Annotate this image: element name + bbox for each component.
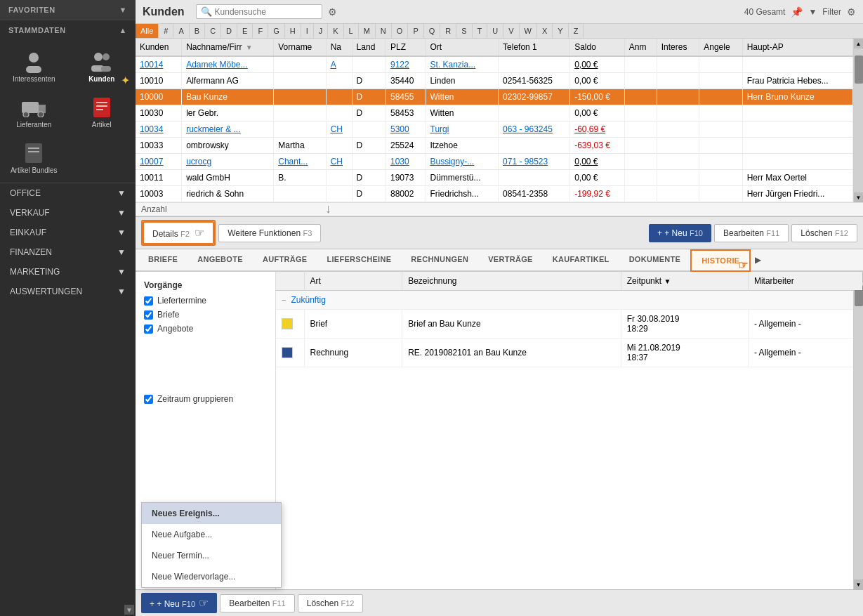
sidebar-verkauf[interactable]: VERKAUF ▼ <box>0 203 136 223</box>
alpha-tab-v[interactable]: V <box>503 24 519 38</box>
sidebar-office[interactable]: OFFICE ▼ <box>0 183 136 203</box>
cell-plz[interactable]: 9122 <box>386 56 426 73</box>
bottom-delete-button[interactable]: Löschen F12 <box>298 594 364 612</box>
alpha-tab-y[interactable]: Y <box>553 24 568 38</box>
cell-tel[interactable]: 071 - 98523 <box>499 154 570 170</box>
cell-tel[interactable]: 063 - 963245 <box>499 122 570 138</box>
scroll-down-btn[interactable]: ▼ <box>854 192 864 202</box>
sidebar-item-artikel[interactable]: Artikel <box>68 89 136 134</box>
filter-gear-icon[interactable]: ⚙ <box>847 6 856 18</box>
sidebar-item-lieferanten[interactable]: Lieferanten <box>0 89 68 134</box>
tab-vertraege[interactable]: VERTRÄGE <box>478 249 543 272</box>
alpha-tab-j[interactable]: J <box>314 24 329 38</box>
briefe-checkbox[interactable] <box>144 310 153 320</box>
alpha-tab-alle[interactable]: Alle <box>136 24 159 38</box>
chevron-down-icon[interactable]: ▼ <box>808 7 817 17</box>
alpha-tab-hash[interactable]: # <box>159 24 173 38</box>
scroll-up-btn[interactable]: ▲ <box>854 39 864 48</box>
sidebar-item-kunden[interactable]: Kunden ✦ <box>68 43 136 89</box>
sidebar-item-artikel-bundles[interactable]: Artikel Bundles <box>0 134 68 180</box>
bottom-new-button[interactable]: + + Neu F10 ☞ <box>141 593 217 613</box>
pin-icon[interactable]: 📌 <box>791 6 803 18</box>
alpha-tab-u[interactable]: U <box>487 24 503 38</box>
col-nachname[interactable]: Nachname/Firr ▼ <box>182 39 274 56</box>
table-row[interactable]: 10034 ruckmeier & ... CH 5300 Turgi 063 … <box>136 122 853 138</box>
tab-rechnungen[interactable]: RECHNUNGEN <box>401 249 478 272</box>
bottom-edit-button[interactable]: Bearbeiten F11 <box>220 594 294 612</box>
alpha-tab-l[interactable]: L <box>344 24 359 38</box>
col-zeitpunkt[interactable]: Zeitpunkt ▼ <box>621 272 748 291</box>
table-row-selected[interactable]: 10000 Bau Kunze D 58455 Witten 02302-998… <box>136 89 853 105</box>
alpha-tab-b[interactable]: B <box>190 24 205 38</box>
cell-plz[interactable]: 1030 <box>386 154 426 170</box>
alpha-tab-s[interactable]: S <box>456 24 472 38</box>
table-row[interactable]: 10033 ombrowsky Martha D 25524 Itzehoe -… <box>136 138 853 154</box>
liefertermine-checkbox[interactable] <box>144 296 153 306</box>
tab-dokumente[interactable]: DOKUMENTE <box>619 249 691 272</box>
table-row[interactable]: 10010 Alfermann AG D 35440 Linden 02541-… <box>136 73 853 89</box>
detail-scroll-down[interactable]: ▼ <box>854 579 864 589</box>
sidebar-stammdaten[interactable]: STAMMDATEN ▲ <box>0 20 136 40</box>
table-row[interactable]: 10030 ler Gebr. D 58453 Witten 0,00 € <box>136 105 853 122</box>
cell-ort[interactable]: Bussigny-... <box>426 154 499 170</box>
scroll-thumb[interactable] <box>855 55 863 84</box>
history-row[interactable]: Brief Brief an Bau Kunze Fr 30.08.2019 1… <box>276 310 863 339</box>
cell-name[interactable]: ucrocg <box>182 154 274 170</box>
cell-name[interactable]: ruckmeier & ... <box>182 122 274 138</box>
details-button[interactable]: Details F2 ☞ <box>143 221 214 244</box>
tab-auftraege[interactable]: AUFTRÄGE <box>253 249 317 272</box>
cell-plz[interactable]: 5300 <box>386 122 426 138</box>
alpha-tab-x[interactable]: X <box>537 24 553 38</box>
tab-more-btn[interactable]: ▶ <box>751 249 765 270</box>
new-button[interactable]: + + Neu F10 <box>649 224 711 242</box>
angebote-checkbox[interactable] <box>144 325 153 334</box>
menu-neues-ereignis[interactable]: Neues Ereignis... <box>142 503 281 524</box>
alpha-tab-c[interactable]: C <box>205 24 221 38</box>
checkbox-angebote[interactable]: Angebote <box>144 324 267 334</box>
tab-kaufartikel[interactable]: KAUFARTIKEL <box>543 249 619 272</box>
table-row[interactable]: 10007 ucrocg Chant... CH 1030 Bussigny-.… <box>136 154 853 170</box>
sidebar-finanzen[interactable]: FINANZEN ▼ <box>0 242 136 262</box>
cell-name[interactable]: Adamek Möbe... <box>182 56 274 73</box>
alpha-tab-i[interactable]: I <box>301 24 314 38</box>
cell-na[interactable]: CH <box>326 122 352 138</box>
cell-vorname[interactable]: Chant... <box>274 154 326 170</box>
sidebar-einkauf[interactable]: EINKAUF ▼ <box>0 223 136 242</box>
cell-na[interactable]: CH <box>326 154 352 170</box>
table-row[interactable]: 10014 Adamek Möbe... A 9122 St. Kanzia..… <box>136 56 853 73</box>
menu-neue-aufgabe[interactable]: Neue Aufgabe... <box>142 524 281 545</box>
zeitraum-checkbox[interactable] <box>144 395 153 404</box>
edit-button[interactable]: Bearbeiten F11 <box>714 224 789 242</box>
sidebar-favoriten[interactable]: FAVORITEN ▼ <box>0 0 136 20</box>
alpha-tab-a[interactable]: A <box>173 24 189 38</box>
delete-button[interactable]: Löschen F12 <box>791 224 857 242</box>
alpha-tab-t[interactable]: T <box>473 24 488 38</box>
tab-briefe[interactable]: BRIEFE <box>138 249 187 272</box>
zukunftig-link[interactable]: Zukünftig <box>291 295 326 305</box>
alpha-tab-h[interactable]: H <box>285 24 301 38</box>
alpha-tab-r[interactable]: R <box>440 24 456 38</box>
tab-historie[interactable]: HISTORIE ☞ <box>690 249 751 272</box>
alpha-tab-e[interactable]: E <box>237 24 253 38</box>
checkbox-briefe[interactable]: Briefe <box>144 310 267 320</box>
alpha-tab-o[interactable]: O <box>392 24 409 38</box>
cell-na[interactable]: A <box>326 56 352 73</box>
table-scrollbar[interactable]: ▲ ▼ <box>853 39 863 202</box>
menu-neue-wiedervorlage[interactable]: Neue Wiedervorlage... <box>142 566 281 587</box>
sidebar-scroll-btn[interactable]: ▼ <box>124 605 134 615</box>
alpha-tab-w[interactable]: W <box>520 24 537 38</box>
alpha-tab-z[interactable]: Z <box>569 24 584 38</box>
sidebar-auswertungen[interactable]: AUSWERTUNGEN ▼ <box>0 282 136 301</box>
alpha-tab-g[interactable]: G <box>268 24 285 38</box>
cell-ort[interactable]: St. Kanzia... <box>426 56 499 73</box>
alpha-tab-p[interactable]: P <box>408 24 423 38</box>
alpha-tab-q[interactable]: Q <box>424 24 441 38</box>
cell-id[interactable]: 10034 <box>136 122 182 138</box>
alpha-tab-m[interactable]: M <box>359 24 376 38</box>
menu-neuer-termin[interactable]: Neuer Termin... <box>142 545 281 566</box>
cell-id[interactable]: 10007 <box>136 154 182 170</box>
history-row[interactable]: Rechnung RE. 2019082101 an Bau Kunze Mi … <box>276 339 863 367</box>
alpha-tab-k[interactable]: K <box>328 24 343 38</box>
cell-id[interactable]: 10014 <box>136 56 182 73</box>
weitere-funktionen-button[interactable]: Weitere Funktionen F3 <box>218 224 321 242</box>
